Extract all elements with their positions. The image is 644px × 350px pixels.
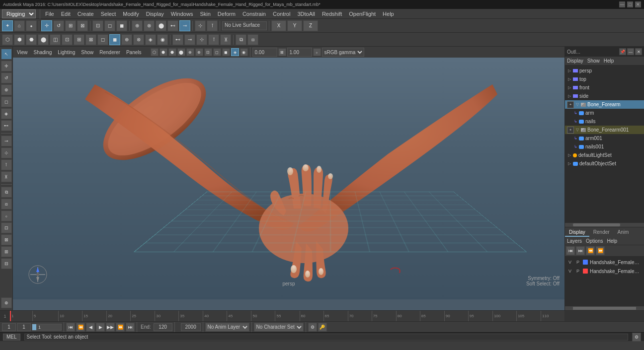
toolbar-snap1-btn[interactable]: ⊕ xyxy=(132,20,143,31)
close-button[interactable]: ✕ xyxy=(635,1,641,7)
vp-menu-panels[interactable]: Panels xyxy=(124,50,144,55)
outliner-pin-btn[interactable]: 📌 xyxy=(619,48,626,55)
tool-paint[interactable]: ◈ xyxy=(1,108,12,119)
tool-scale[interactable]: ⊕ xyxy=(1,84,12,95)
tool-select[interactable]: ↖ xyxy=(1,49,12,60)
toolbar-x-btn[interactable]: X xyxy=(271,20,286,31)
vp-menu-renderer[interactable]: Renderer xyxy=(97,50,122,55)
viewport-canvas[interactable]: Symmetry: Off Soft Select: Off persp xyxy=(13,58,564,299)
tb2-btn8[interactable]: ⊠ xyxy=(85,34,96,45)
tb2-btn9[interactable]: ◻ xyxy=(97,34,108,45)
tool-deform[interactable]: ⬦ xyxy=(1,210,12,221)
tree-item-top[interactable]: ▷ top xyxy=(565,75,644,83)
tool-skin[interactable]: ⧈ xyxy=(1,199,12,210)
outliner-scrollbar[interactable] xyxy=(565,223,644,227)
toolbar-snap3-btn[interactable]: ⬤ xyxy=(156,20,166,31)
expand-side[interactable]: ▷ xyxy=(567,94,572,99)
tb2-btn5[interactable]: ◫ xyxy=(50,34,61,45)
tree-item-nails[interactable]: ↳ nails xyxy=(565,117,644,126)
toolbar-snap4-btn[interactable]: ⊷ xyxy=(167,20,178,31)
title-bar-controls[interactable]: — □ ✕ xyxy=(619,1,641,7)
menu-3dtoall[interactable]: 3DtoAll xyxy=(294,10,318,18)
menu-help[interactable]: Help xyxy=(380,10,397,18)
vp-btn2[interactable]: ⬢ xyxy=(160,48,167,56)
tb2-btn19[interactable]: ⊻ xyxy=(220,34,231,45)
vp-menu-view[interactable]: View xyxy=(15,50,30,55)
ol-menu-show[interactable]: Show xyxy=(587,58,600,64)
mel-indicator[interactable]: MEL xyxy=(3,334,20,341)
menu-modify[interactable]: Modify xyxy=(120,10,142,18)
tool-rig[interactable]: ⧉ xyxy=(1,187,12,198)
tool-shrink[interactable]: ⊕ xyxy=(1,297,12,308)
toolbar-y-btn[interactable]: Y xyxy=(287,20,302,31)
expand-icon-boneforearm001[interactable]: ▽ xyxy=(575,128,580,133)
frame-range-bar[interactable]: 1 xyxy=(32,324,62,331)
tree-item-nails001[interactable]: ↳ nails001 xyxy=(565,142,644,151)
vp-btn9[interactable]: ◼ xyxy=(222,48,230,56)
lr-menu-help[interactable]: Help xyxy=(607,238,617,244)
outliner-close-btn[interactable]: ✕ xyxy=(635,48,642,55)
tree-item-front[interactable]: ▷ front xyxy=(565,83,644,92)
toolbar-move-btn[interactable]: ✛ xyxy=(41,20,52,31)
tb2-btn2[interactable]: ⬢ xyxy=(14,34,25,45)
tool-sculpt[interactable]: ⊷ xyxy=(1,120,12,131)
menu-openflight[interactable]: OpenFlight xyxy=(346,10,379,18)
tree-item-persp[interactable]: ▷ persp xyxy=(565,67,644,75)
vp-btn3[interactable]: ⬣ xyxy=(168,48,176,56)
expand-dlightset[interactable]: ▷ xyxy=(567,153,572,158)
maximize-button[interactable]: □ xyxy=(627,1,633,7)
tree-item-arm[interactable]: ↳ arm xyxy=(565,109,644,117)
menu-windows[interactable]: Windows xyxy=(168,10,196,18)
expand-icon-boneforearm[interactable]: ▽ xyxy=(575,102,580,107)
tb2-btn12[interactable]: ⊗ xyxy=(133,34,144,45)
rigging-dropdown[interactable]: Rigging xyxy=(2,9,36,18)
vp-btn7[interactable]: ⊡ xyxy=(204,48,212,56)
vp-btn1[interactable]: ⬡ xyxy=(151,48,159,56)
layer-p-2[interactable]: P xyxy=(575,268,581,274)
vp-btn10[interactable]: ◈ xyxy=(231,48,239,56)
pb-prev-btn[interactable]: ⏪ xyxy=(76,323,85,332)
tb2-btn11[interactable]: ⊕ xyxy=(121,34,132,45)
pb-fwd-btn[interactable]: ▶▶ xyxy=(106,323,115,332)
menu-select[interactable]: Select xyxy=(98,10,119,18)
layer-p-1[interactable]: P xyxy=(575,259,581,265)
lr-prev-btn[interactable]: ⏪ xyxy=(586,246,595,255)
character-set-select[interactable]: No Character Set xyxy=(254,323,304,332)
right-panel-hscroll[interactable] xyxy=(565,306,644,310)
tree-item-arm001[interactable]: ↳ arm001 xyxy=(565,134,644,142)
tb2-btn15[interactable]: ⊷ xyxy=(172,34,183,45)
status-input[interactable] xyxy=(24,334,628,341)
ol-menu-help[interactable]: Help xyxy=(604,58,614,64)
toolbar-history-btn[interactable]: ⊹ xyxy=(195,20,206,31)
tree-item-defaultobjectset[interactable]: ▷ defaultObjectSet xyxy=(565,159,644,168)
anim-layer-select[interactable]: No Anim Layer xyxy=(205,323,249,332)
vp-val1-field[interactable] xyxy=(252,48,277,57)
tree-item-side[interactable]: ▷ side xyxy=(565,92,644,100)
expand-arm[interactable]: ↳ xyxy=(573,111,578,116)
expand-front[interactable]: ▷ xyxy=(567,85,572,90)
pb-back-btn[interactable]: ◀ xyxy=(86,323,95,332)
tool-jiggle[interactable]: ⊞ xyxy=(1,246,12,257)
tool-soft[interactable]: ⊹ xyxy=(1,147,12,158)
viewport-area[interactable]: View Shading Lighting Show Renderer Pane… xyxy=(13,47,564,310)
tb2-btn21[interactable]: ⧈ xyxy=(247,34,258,45)
vp-menu-shading[interactable]: Shading xyxy=(32,50,54,55)
menu-constrain[interactable]: Constrain xyxy=(240,10,269,18)
menu-file[interactable]: File xyxy=(42,10,57,18)
toolbar-snap5-btn[interactable]: ⊸ xyxy=(179,20,190,31)
vp-menu-lighting[interactable]: Lighting xyxy=(56,50,77,55)
layer-row-1[interactable]: V P Handshake_Female_Hand_ xyxy=(565,258,644,267)
toolbar-z-btn[interactable]: Z xyxy=(303,20,318,31)
ol-menu-display[interactable]: Display xyxy=(567,58,583,64)
tb2-btn18[interactable]: ⊺ xyxy=(208,34,219,45)
tool-snap[interactable]: ⊸ xyxy=(1,136,12,146)
vp-menu-show[interactable]: Show xyxy=(79,50,95,55)
expand-top[interactable]: ▷ xyxy=(567,77,572,82)
tool-universal[interactable]: ◻ xyxy=(1,96,12,107)
expand-nails001[interactable]: ↳ xyxy=(573,144,578,149)
lr-rewind-btn[interactable]: ⏮ xyxy=(566,246,575,255)
tb2-btn20[interactable]: ⧉ xyxy=(236,34,246,45)
menu-skin[interactable]: Skin xyxy=(197,10,213,18)
lr-ffwd-btn[interactable]: ⏭ xyxy=(576,246,585,255)
tool-cluster[interactable]: ⊠ xyxy=(1,234,12,245)
